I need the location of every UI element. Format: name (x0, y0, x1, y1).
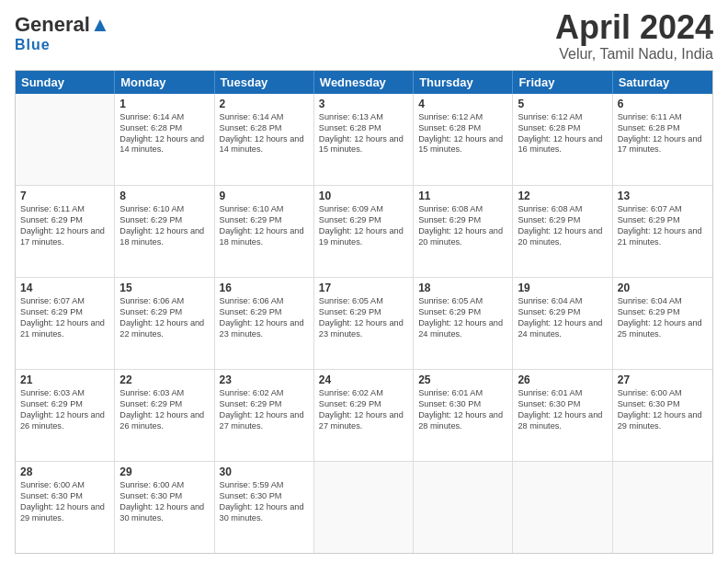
day-number: 27 (618, 373, 708, 386)
daylight-text-1: Daylight: 12 hours and (319, 410, 408, 421)
daylight-text-1: Daylight: 12 hours and (119, 318, 209, 329)
cal-cell: 12Sunrise: 6:08 AMSunset: 6:29 PMDayligh… (513, 186, 612, 277)
daylight-text-2: 19 minutes. (319, 237, 408, 248)
daylight-text-2: 24 minutes. (518, 329, 607, 340)
daylight-text-2: 23 minutes. (220, 329, 309, 340)
daylight-text-2: 20 minutes. (518, 237, 607, 248)
cal-cell (314, 462, 414, 553)
cal-cell: 27Sunrise: 6:00 AMSunset: 6:30 PMDayligh… (613, 370, 712, 461)
cal-cell: 17Sunrise: 6:05 AMSunset: 6:29 PMDayligh… (314, 278, 414, 369)
sunrise-text: Sunrise: 6:01 AM (518, 388, 607, 399)
daylight-text-1: Daylight: 12 hours and (518, 318, 607, 329)
day-number: 17 (319, 282, 408, 294)
cal-cell: 9Sunrise: 6:10 AMSunset: 6:29 PMDaylight… (215, 186, 314, 277)
cal-cell: 6Sunrise: 6:11 AMSunset: 6:28 PMDaylight… (613, 94, 712, 185)
main-title: April 2024 (555, 9, 713, 46)
daylight-text-1: Daylight: 12 hours and (20, 226, 109, 237)
logo-subtext: Blue (15, 37, 51, 53)
daylight-text-2: 26 minutes. (20, 421, 109, 432)
sunrise-text: Sunrise: 6:08 AM (418, 204, 507, 215)
sunrise-text: Sunrise: 6:10 AM (220, 204, 309, 215)
sunrise-text: Sunrise: 6:11 AM (20, 204, 109, 215)
daylight-text-1: Daylight: 12 hours and (119, 502, 209, 513)
day-number: 8 (119, 190, 209, 202)
daylight-text-1: Daylight: 12 hours and (418, 410, 507, 421)
daylight-text-2: 26 minutes. (119, 421, 209, 432)
sunrise-text: Sunrise: 6:06 AM (119, 296, 209, 307)
sunset-text: Sunset: 6:30 PM (418, 399, 507, 410)
daylight-text-2: 21 minutes. (618, 237, 708, 248)
sunset-text: Sunset: 6:29 PM (119, 307, 209, 318)
sunrise-text: Sunrise: 6:12 AM (518, 112, 607, 123)
daylight-text-1: Daylight: 12 hours and (220, 226, 309, 237)
sunset-text: Sunset: 6:28 PM (518, 123, 607, 134)
day-header-tuesday: Tuesday (215, 71, 314, 94)
daylight-text-2: 22 minutes. (119, 329, 209, 340)
day-header-monday: Monday (115, 71, 214, 94)
day-number: 20 (618, 282, 708, 294)
cal-cell: 4Sunrise: 6:12 AMSunset: 6:28 PMDaylight… (414, 94, 513, 185)
header: General▲ Blue April 2024 Velur, Tamil Na… (15, 9, 713, 63)
sunrise-text: Sunrise: 5:59 AM (220, 480, 309, 491)
daylight-text-2: 18 minutes. (119, 237, 209, 248)
day-number: 16 (220, 282, 309, 294)
day-number: 9 (220, 190, 309, 202)
sunrise-text: Sunrise: 6:05 AM (319, 296, 408, 307)
daylight-text-1: Daylight: 12 hours and (319, 134, 408, 145)
cal-cell (613, 462, 712, 553)
sunset-text: Sunset: 6:28 PM (618, 123, 708, 134)
logo-text: General▲ (15, 13, 110, 37)
daylight-text-2: 17 minutes. (618, 144, 708, 155)
daylight-text-2: 27 minutes. (319, 421, 408, 432)
daylight-text-1: Daylight: 12 hours and (119, 134, 209, 145)
cal-cell: 19Sunrise: 6:04 AMSunset: 6:29 PMDayligh… (513, 278, 612, 369)
day-number: 5 (518, 98, 607, 110)
sunset-text: Sunset: 6:29 PM (119, 215, 209, 226)
sunset-text: Sunset: 6:28 PM (319, 123, 408, 134)
sunrise-text: Sunrise: 6:14 AM (220, 112, 309, 123)
cal-cell: 30Sunrise: 5:59 AMSunset: 6:30 PMDayligh… (215, 462, 314, 553)
daylight-text-1: Daylight: 12 hours and (20, 410, 109, 421)
daylight-text-2: 14 minutes. (220, 144, 309, 155)
daylight-text-2: 24 minutes. (418, 329, 507, 340)
cal-week-1: 1Sunrise: 6:14 AMSunset: 6:28 PMDaylight… (16, 94, 712, 186)
daylight-text-1: Daylight: 12 hours and (618, 410, 708, 421)
sunset-text: Sunset: 6:29 PM (518, 307, 607, 318)
daylight-text-2: 14 minutes. (119, 144, 209, 155)
sunrise-text: Sunrise: 6:09 AM (319, 204, 408, 215)
cal-cell: 11Sunrise: 6:08 AMSunset: 6:29 PMDayligh… (414, 186, 513, 277)
daylight-text-2: 21 minutes. (20, 329, 109, 340)
day-number: 12 (518, 190, 607, 202)
daylight-text-1: Daylight: 12 hours and (220, 410, 309, 421)
daylight-text-2: 28 minutes. (418, 421, 507, 432)
daylight-text-2: 27 minutes. (220, 421, 309, 432)
daylight-text-1: Daylight: 12 hours and (119, 410, 209, 421)
day-number: 25 (418, 373, 507, 386)
sunset-text: Sunset: 6:29 PM (319, 215, 408, 226)
sunset-text: Sunset: 6:29 PM (220, 307, 309, 318)
daylight-text-2: 30 minutes. (119, 513, 209, 524)
cal-cell: 3Sunrise: 6:13 AMSunset: 6:28 PMDaylight… (314, 94, 414, 185)
cal-cell: 14Sunrise: 6:07 AMSunset: 6:29 PMDayligh… (16, 278, 115, 369)
day-number: 2 (220, 98, 309, 110)
day-number: 11 (418, 190, 507, 202)
sunset-text: Sunset: 6:29 PM (20, 215, 109, 226)
page: General▲ Blue April 2024 Velur, Tamil Na… (0, 0, 728, 563)
day-number: 1 (119, 98, 209, 110)
cal-week-3: 14Sunrise: 6:07 AMSunset: 6:29 PMDayligh… (16, 278, 712, 370)
day-number: 6 (618, 98, 708, 110)
calendar-header: SundayMondayTuesdayWednesdayThursdayFrid… (16, 71, 712, 94)
cal-cell (414, 462, 513, 553)
daylight-text-2: 17 minutes. (20, 237, 109, 248)
daylight-text-2: 15 minutes. (319, 144, 408, 155)
day-number: 29 (119, 465, 209, 478)
cal-cell: 10Sunrise: 6:09 AMSunset: 6:29 PMDayligh… (314, 186, 414, 277)
day-number: 15 (119, 282, 209, 294)
sunrise-text: Sunrise: 6:11 AM (618, 112, 708, 123)
day-number: 3 (319, 98, 408, 110)
daylight-text-1: Daylight: 12 hours and (20, 318, 109, 329)
sunrise-text: Sunrise: 6:12 AM (418, 112, 507, 123)
day-header-saturday: Saturday (613, 71, 712, 94)
day-header-wednesday: Wednesday (314, 71, 414, 94)
sunset-text: Sunset: 6:29 PM (119, 399, 209, 410)
